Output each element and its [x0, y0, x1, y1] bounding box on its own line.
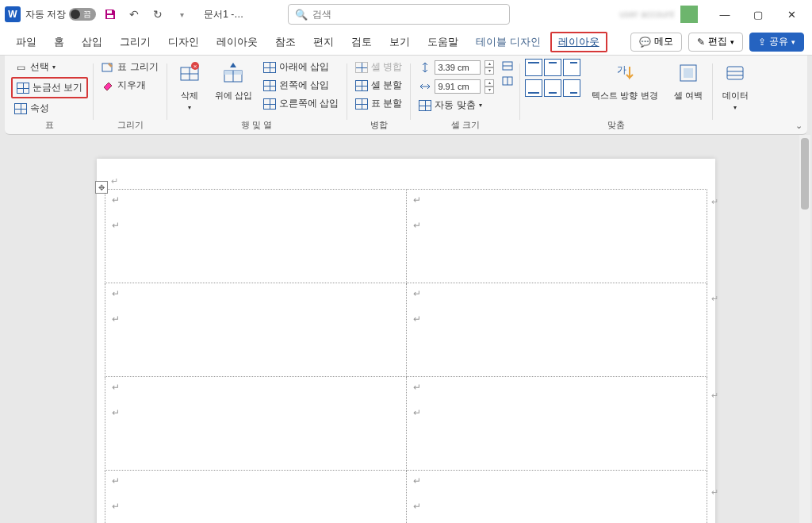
table-cell[interactable]: ↵↵ — [406, 283, 707, 377]
distribute-rows-icon — [501, 60, 514, 72]
tab-file[interactable]: 파일 — [8, 32, 44, 52]
width-icon — [419, 80, 431, 93]
row-end-mark: ↵ — [711, 294, 718, 304]
properties-button[interactable]: 속성 — [11, 100, 88, 117]
width-spinner[interactable]: ▴▾ — [485, 79, 494, 94]
close-button[interactable]: ✕ — [776, 2, 807, 26]
table-row[interactable]: ↵↵↵↵ — [105, 471, 707, 524]
table-cell[interactable]: ↵↵ — [105, 283, 407, 377]
row-end-mark: ↵ — [711, 487, 718, 498]
scrollbar-thumb[interactable] — [801, 138, 809, 210]
insert-left-button[interactable]: 왼쪽에 삽입 — [260, 77, 342, 94]
tab-table-layout[interactable]: 레이아웃 — [558, 35, 599, 49]
table-row[interactable]: ↵↵↵↵ — [105, 283, 707, 377]
pencil-icon: ✎ — [697, 37, 705, 48]
table-cell[interactable]: ↵↵ — [105, 190, 407, 283]
merge-cells-button: 셀 병합 — [352, 59, 405, 75]
alignment-grid — [525, 59, 580, 98]
memo-button[interactable]: 💬 메모 — [630, 33, 682, 52]
insert-below-button[interactable]: 아래에 삽입 — [260, 59, 342, 75]
svg-text:×: × — [193, 63, 197, 70]
col-width-field[interactable]: 9.91 cm ▴▾ — [416, 78, 497, 95]
maximize-button[interactable]: ▢ — [742, 2, 774, 26]
align-bc[interactable] — [544, 79, 561, 97]
ribbon-collapse-icon[interactable]: ⌄ — [795, 121, 802, 131]
tab-draw[interactable]: 그리기 — [112, 32, 159, 52]
align-tc[interactable] — [544, 59, 561, 76]
group-label: 맞춤 — [525, 117, 707, 134]
avatar[interactable] — [680, 6, 698, 23]
group-label: 표 — [11, 117, 88, 134]
group-label: 셀 크기 — [416, 117, 515, 134]
height-spinner[interactable]: ▴▾ — [485, 60, 494, 75]
distribute-rows-button[interactable] — [500, 59, 515, 73]
tab-table-design[interactable]: 테이블 디자인 — [468, 32, 549, 52]
split-table-button[interactable]: 표 분할 — [352, 95, 405, 112]
insert-above-button[interactable]: 위에 삽입 — [210, 59, 257, 102]
align-tl[interactable] — [525, 59, 542, 76]
tab-review[interactable]: 검토 — [343, 32, 380, 52]
tab-home[interactable]: 홈 — [46, 32, 72, 52]
distribute-cols-button[interactable] — [500, 74, 515, 88]
table-cell[interactable]: ↵↵ — [406, 471, 707, 524]
group-label: 행 및 열 — [172, 117, 342, 134]
draw-table-icon — [102, 61, 114, 74]
align-tr[interactable] — [563, 59, 580, 76]
group-label: 병합 — [352, 117, 405, 134]
grid-icon — [17, 82, 29, 94]
table-move-handle[interactable]: ✥ — [95, 181, 108, 194]
table-row[interactable]: ↵↵↵↵ — [105, 190, 707, 283]
select-button[interactable]: ▭ 선택 ▾ — [11, 59, 88, 75]
tab-references[interactable]: 참조 — [267, 32, 304, 52]
search-box[interactable]: 🔍 — [288, 4, 510, 25]
save-icon[interactable] — [101, 5, 120, 24]
tab-view[interactable]: 보기 — [381, 32, 418, 52]
eraser-button[interactable]: 지우개 — [98, 77, 161, 94]
qa-dropdown-icon[interactable]: ▾ — [172, 5, 191, 24]
edit-button[interactable]: ✎ 편집 ▾ — [688, 33, 743, 52]
table-cell[interactable]: ↵↵ — [406, 190, 707, 283]
autofit-button[interactable]: 자동 맞춤 ▾ — [416, 97, 497, 113]
tab-help[interactable]: 도움말 — [419, 32, 466, 52]
draw-table-button[interactable]: 표 그리기 — [98, 59, 161, 75]
align-bl[interactable] — [525, 79, 542, 97]
vertical-scrollbar[interactable] — [799, 135, 810, 523]
undo-icon[interactable]: ↶ — [124, 5, 144, 24]
align-br[interactable] — [563, 79, 580, 97]
tab-design[interactable]: 디자인 — [160, 32, 207, 52]
insert-above-icon — [220, 60, 246, 86]
table-cell[interactable]: ↵↵ — [105, 377, 407, 471]
svg-text:가: 가 — [617, 64, 626, 75]
group-align: 가 텍스트 방향 변경 셀 여백 맞춤 — [520, 59, 711, 134]
memo-icon: 💬 — [639, 37, 651, 48]
ribbon-tabs: 파일 홈 삽입 그리기 디자인 레이아웃 참조 편지 검토 보기 도움말 테이블… — [0, 29, 812, 56]
redo-icon[interactable]: ↻ — [148, 5, 167, 24]
group-label: 그리기 — [98, 117, 161, 134]
autosave-toggle[interactable]: 자동 저장 끔 — [25, 8, 96, 21]
cell-margins-button[interactable]: 셀 여백 — [669, 59, 707, 102]
table-row[interactable]: ↵↵↵↵ — [105, 377, 707, 471]
delete-button[interactable]: × 삭제 ▾ — [172, 59, 207, 113]
table-cell[interactable]: ↵↵ — [105, 471, 407, 524]
split-cells-button[interactable]: 셀 분할 — [352, 77, 405, 94]
tab-insert[interactable]: 삽입 — [74, 32, 110, 52]
share-button[interactable]: ⇪ 공유 ▾ — [749, 33, 804, 52]
minimize-button[interactable]: — — [709, 2, 741, 26]
tab-mail[interactable]: 편지 — [305, 32, 342, 52]
tab-layout-context-highlight: 레이아웃 — [550, 32, 607, 52]
page[interactable]: ✥ ↵ ↵↵↵↵↵↵↵↵↵↵↵↵↵↵↵↵ ↵ ↵ ↵ ↵ — [97, 159, 715, 523]
data-button[interactable]: 데이터 ▾ — [718, 59, 753, 113]
group-draw: 표 그리기 지우개 그리기 — [94, 59, 166, 134]
row-height-field[interactable]: 3.39 cm ▴▾ — [416, 59, 497, 76]
distribute-cols-icon — [501, 75, 514, 87]
view-gridlines-button[interactable]: 눈금선 보기 — [13, 79, 86, 96]
search-input[interactable] — [312, 9, 503, 20]
merge-cells-icon — [355, 61, 368, 74]
text-direction-button[interactable]: 가 텍스트 방향 변경 — [587, 59, 662, 102]
table-cell[interactable]: ↵↵ — [406, 377, 707, 471]
tab-layout[interactable]: 레이아웃 — [209, 32, 266, 52]
insert-right-button[interactable]: 오른쪽에 삽입 — [260, 95, 342, 112]
chevron-down-icon: ▾ — [188, 104, 191, 112]
document-area: ✥ ↵ ↵↵↵↵↵↵↵↵↵↵↵↵↵↵↵↵ ↵ ↵ ↵ ↵ — [0, 135, 812, 523]
table[interactable]: ↵↵↵↵↵↵↵↵↵↵↵↵↵↵↵↵ — [105, 189, 707, 523]
